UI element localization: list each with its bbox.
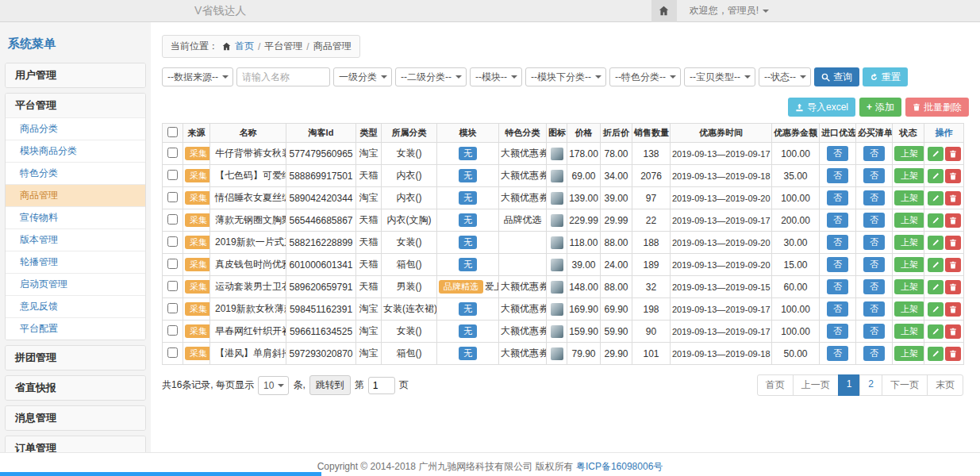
select-all-checkbox[interactable] (167, 127, 178, 137)
must-buy-toggle[interactable]: 否 (863, 346, 885, 361)
delete-button[interactable] (945, 302, 961, 317)
status-button[interactable]: 上架 (894, 168, 924, 183)
filter-select[interactable]: --数据来源-- (162, 67, 233, 86)
delete-button[interactable] (945, 191, 961, 205)
sidebar-group-拼团管理[interactable]: 拼团管理 (6, 346, 145, 370)
import-select-toggle[interactable]: 否 (827, 346, 848, 361)
sidebar-item-轮播管理[interactable]: 轮播管理 (6, 251, 145, 273)
horizontal-scrollbar-thumb[interactable] (0, 472, 321, 476)
import-select-toggle[interactable]: 否 (827, 235, 848, 250)
jump-button[interactable]: 跳转到 (309, 375, 351, 395)
delete-button[interactable] (945, 347, 961, 361)
filter-select[interactable]: --模块-- (470, 67, 522, 86)
add-button[interactable]: + 添加 (859, 98, 901, 117)
status-button[interactable]: 上架 (894, 301, 924, 317)
import-select-toggle[interactable]: 否 (827, 257, 848, 272)
row-checkbox[interactable] (167, 325, 178, 336)
status-button[interactable]: 上架 (894, 190, 924, 205)
must-buy-toggle[interactable]: 否 (863, 324, 885, 339)
sidebar-item-模块商品分类[interactable]: 模块商品分类 (6, 140, 145, 162)
must-buy-toggle[interactable]: 否 (863, 301, 885, 317)
sidebar-item-宣传物料[interactable]: 宣传物料 (6, 206, 145, 228)
breadcrumb-home-link[interactable]: 首页 (235, 40, 254, 53)
row-checkbox[interactable] (167, 170, 178, 180)
sidebar-item-特色分类[interactable]: 特色分类 (6, 162, 145, 184)
batch-delete-button[interactable]: 批量删除 (905, 98, 969, 117)
import-select-toggle[interactable]: 否 (827, 301, 848, 317)
filter-select[interactable]: --状态-- (759, 67, 811, 86)
edit-button[interactable] (928, 280, 943, 294)
edit-button[interactable] (928, 302, 943, 317)
sidebar-item-启动页管理[interactable]: 启动页管理 (6, 273, 145, 295)
import-select-toggle[interactable]: 否 (827, 279, 848, 294)
pagination-button-上一页[interactable]: 上一页 (793, 374, 839, 396)
delete-button[interactable] (945, 147, 961, 161)
row-checkbox[interactable] (167, 347, 178, 358)
status-button[interactable]: 上架 (894, 235, 924, 250)
delete-button[interactable] (945, 213, 961, 228)
must-buy-toggle[interactable]: 否 (863, 213, 885, 228)
status-button[interactable]: 上架 (894, 324, 924, 339)
status-button[interactable]: 上架 (894, 257, 924, 272)
import-select-toggle[interactable]: 否 (827, 190, 848, 205)
pagination-button-下一页[interactable]: 下一页 (882, 374, 928, 396)
edit-button[interactable] (928, 147, 943, 161)
row-checkbox[interactable] (167, 148, 178, 158)
jump-page-input[interactable] (368, 377, 395, 394)
import-select-toggle[interactable]: 否 (827, 146, 848, 161)
row-checkbox[interactable] (167, 259, 178, 269)
sidebar-item-平台配置[interactable]: 平台配置 (6, 317, 145, 340)
must-buy-toggle[interactable]: 否 (863, 279, 885, 294)
sidebar-group-用户管理[interactable]: 用户管理 (6, 63, 145, 87)
filter-select[interactable]: 一级分类 (333, 67, 392, 86)
home-button[interactable] (651, 0, 677, 22)
sidebar-group-平台管理[interactable]: 平台管理 (6, 94, 145, 117)
pagination-button-末页[interactable]: 末页 (927, 374, 963, 396)
edit-button[interactable] (928, 169, 943, 183)
sidebar-item-商品分类[interactable]: 商品分类 (6, 117, 145, 140)
filter-select[interactable]: --二级分类-- (395, 67, 467, 86)
edit-button[interactable] (928, 213, 943, 228)
name-search-input[interactable] (236, 67, 330, 86)
row-checkbox[interactable] (167, 192, 178, 202)
status-button[interactable]: 上架 (894, 279, 924, 294)
row-checkbox[interactable] (167, 236, 178, 247)
delete-button[interactable] (945, 169, 961, 183)
delete-button[interactable] (945, 258, 961, 272)
status-button[interactable]: 上架 (894, 346, 924, 361)
sidebar-group-订单管理[interactable]: 订单管理 (6, 436, 145, 452)
filter-select[interactable]: --模块下分类-- (525, 67, 606, 86)
row-checkbox[interactable] (167, 214, 178, 225)
filter-select[interactable]: --宝贝类型-- (684, 67, 755, 86)
edit-button[interactable] (928, 191, 943, 205)
must-buy-toggle[interactable]: 否 (863, 146, 885, 161)
delete-button[interactable] (945, 280, 961, 294)
delete-button[interactable] (945, 236, 961, 250)
row-checkbox[interactable] (167, 303, 178, 313)
sidebar-group-省直快报[interactable]: 省直快报 (6, 376, 145, 400)
pagination-button-2[interactable]: 2 (859, 374, 882, 396)
sidebar-item-商品管理[interactable]: 商品管理 (6, 184, 145, 206)
status-button[interactable]: 上架 (894, 213, 924, 228)
must-buy-toggle[interactable]: 否 (863, 235, 885, 250)
filter-select[interactable]: --特色分类-- (609, 67, 681, 86)
sidebar-item-版本管理[interactable]: 版本管理 (6, 228, 145, 251)
import-select-toggle[interactable]: 否 (827, 168, 848, 183)
import-excel-button[interactable]: 导入excel (788, 98, 855, 117)
sidebar-item-意见反馈[interactable]: 意见反馈 (6, 295, 145, 317)
icp-link[interactable]: 粤ICP备16098006号 (576, 461, 663, 472)
import-select-toggle[interactable]: 否 (827, 213, 848, 228)
must-buy-toggle[interactable]: 否 (863, 190, 885, 205)
pagination-button-1[interactable]: 1 (838, 374, 861, 396)
edit-button[interactable] (928, 258, 943, 272)
status-button[interactable]: 上架 (894, 146, 924, 161)
user-dropdown[interactable]: 欢迎您，管理员! (677, 0, 782, 22)
reset-button[interactable]: 重置 (863, 67, 908, 86)
page-size-select[interactable]: 10 (258, 376, 289, 395)
must-buy-toggle[interactable]: 否 (863, 257, 885, 272)
edit-button[interactable] (928, 324, 943, 339)
delete-button[interactable] (945, 324, 961, 339)
pagination-button-首页[interactable]: 首页 (757, 374, 794, 396)
sidebar-group-消息管理[interactable]: 消息管理 (6, 406, 145, 430)
edit-button[interactable] (928, 347, 943, 361)
